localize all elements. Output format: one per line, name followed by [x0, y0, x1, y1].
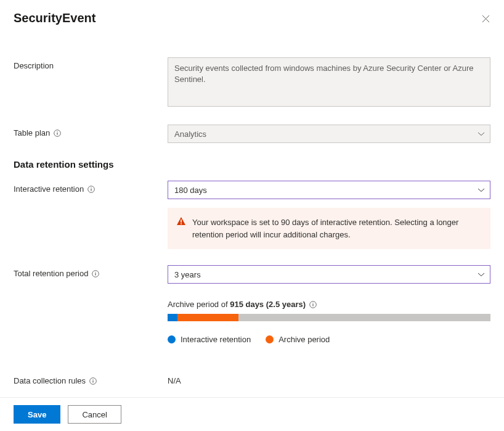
legend-archive-label: Archive period: [278, 335, 330, 344]
chevron-down-icon: [478, 129, 485, 139]
warning-icon: [176, 216, 186, 230]
archive-period-text: Archive period of 915 days (2.5 years): [168, 300, 490, 309]
bar-archive-segment: [177, 314, 239, 321]
svg-point-15: [92, 379, 93, 379]
total-retention-value: 3 years: [174, 270, 473, 279]
save-button[interactable]: Save: [14, 405, 60, 424]
table-plan-label: Table plan: [14, 128, 50, 138]
total-retention-select[interactable]: 3 years: [168, 265, 490, 284]
interactive-retention-label: Interactive retention: [14, 184, 84, 194]
svg-rect-13: [312, 304, 313, 306]
chevron-down-icon: [478, 270, 485, 279]
retention-bar: [168, 314, 490, 321]
description-label: Description: [14, 57, 168, 70]
info-icon[interactable]: [309, 301, 317, 308]
legend-interactive-label: Interactive retention: [181, 335, 251, 344]
legend-dot-interactive: [168, 335, 176, 343]
interactive-retention-select[interactable]: 180 days: [168, 181, 490, 199]
chevron-down-icon: [478, 186, 485, 195]
table-plan-select: Analytics: [168, 125, 490, 143]
info-icon[interactable]: [54, 129, 61, 137]
svg-rect-10: [96, 273, 96, 276]
data-collection-rules-label: Data collection rules: [14, 376, 86, 385]
panel-title: SecurityEvent: [14, 11, 96, 25]
svg-rect-5: [91, 189, 92, 191]
data-collection-rules-value: N/A: [168, 376, 181, 385]
close-button[interactable]: [481, 14, 490, 23]
svg-point-9: [96, 271, 96, 272]
svg-rect-6: [181, 220, 182, 223]
svg-rect-16: [92, 380, 93, 383]
warning-text: Your workspace is set to 90 days of inte…: [192, 218, 458, 239]
legend-dot-archive: [266, 335, 274, 343]
close-icon: [482, 15, 490, 23]
description-textarea: [168, 57, 490, 107]
warning-message: Your workspace is set to 90 days of inte…: [168, 208, 490, 249]
svg-point-7: [181, 223, 182, 224]
retention-legend: Interactive retention Archive period: [168, 335, 490, 344]
svg-point-1: [57, 131, 58, 131]
svg-point-12: [312, 302, 313, 303]
info-icon[interactable]: [92, 270, 99, 277]
info-icon[interactable]: [87, 186, 95, 193]
total-retention-label: Total retention period: [14, 269, 88, 278]
svg-point-4: [91, 187, 91, 187]
interactive-retention-value: 180 days: [174, 186, 473, 195]
cancel-button[interactable]: Cancel: [68, 405, 121, 424]
bar-interactive-segment: [168, 314, 177, 321]
info-icon[interactable]: [89, 377, 97, 385]
table-plan-value: Analytics: [174, 129, 473, 139]
svg-rect-2: [57, 133, 58, 135]
retention-heading: Data retention settings: [14, 159, 490, 170]
